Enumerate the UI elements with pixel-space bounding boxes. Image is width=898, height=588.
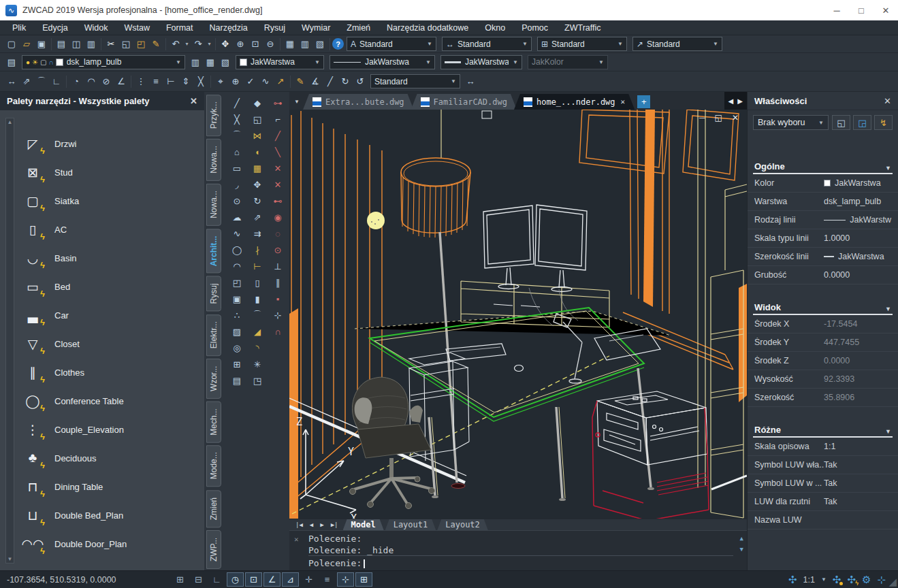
undo-list-icon[interactable]: ▾ <box>183 37 191 51</box>
mdi-restore-icon[interactable]: ◱ <box>715 113 722 122</box>
layout-tab-model[interactable]: Model <box>343 519 384 530</box>
aligned-dimension-icon[interactable]: ⇗ <box>19 75 34 88</box>
open-file-icon[interactable]: ▱ <box>19 37 34 51</box>
undo-icon[interactable]: ↶ <box>168 37 183 51</box>
palette-tab-nowa-2[interactable]: Nowa... <box>206 184 221 226</box>
scale-icon[interactable]: ⇗ <box>248 209 266 225</box>
snap-extension-icon[interactable]: ⊷ <box>269 193 287 209</box>
annotation-visibility-icon[interactable]: ✣ <box>833 574 841 586</box>
copy-icon[interactable]: ◱ <box>118 37 133 51</box>
property-row[interactable]: Środek X -17.5454 <box>748 315 898 333</box>
doc-tab-familiarcad[interactable]: FamiliarCAD.dwg ✕ <box>411 94 517 110</box>
close-window-icon[interactable]: ✕ <box>873 0 898 20</box>
auto-annotation-icon[interactable]: ✣ϟ <box>847 574 856 586</box>
close-command-icon[interactable]: ✕ <box>294 535 299 544</box>
stretch-icon[interactable]: ⇉ <box>248 225 266 242</box>
ellipse-icon[interactable]: ◯ <box>228 242 246 258</box>
new-file-icon[interactable]: ▢ <box>4 37 19 51</box>
next-layout-icon[interactable]: ▶ <box>317 521 327 528</box>
rectangle-icon[interactable]: ▭ <box>228 160 246 176</box>
menu-rysuj[interactable]: Rysuj <box>256 22 293 34</box>
palette-item-closet[interactable]: ▽ ϟ Closet <box>19 329 202 358</box>
snap-from-icon[interactable]: ⌐ <box>269 111 287 127</box>
object-snap-tracking-icon[interactable]: ∠ <box>263 572 280 587</box>
close-tab-icon[interactable]: ✕ <box>621 97 626 106</box>
quick-dimension-icon[interactable]: ⋮ <box>133 75 148 88</box>
revision-cloud-icon[interactable]: ☁ <box>228 209 246 225</box>
snap-node-icon[interactable]: ▪ <box>269 291 287 307</box>
snap-settings-icon[interactable]: ∩ <box>269 323 287 340</box>
menu-pomoc[interactable]: Pomoc <box>513 22 556 34</box>
minimize-window-icon[interactable]: ─ <box>824 0 849 20</box>
property-row[interactable]: Środek Y 447.7455 <box>748 333 898 352</box>
construction-line-icon[interactable]: ╳ <box>228 111 246 127</box>
redo-list-icon[interactable]: ▾ <box>206 37 213 51</box>
array-icon[interactable]: ▦ <box>248 160 266 176</box>
menu-narzedzia[interactable]: Narzędzia <box>202 22 256 34</box>
ordinate-dimension-icon[interactable]: ∟ <box>49 75 64 88</box>
baseline-dimension-icon[interactable]: ≡ <box>148 75 163 88</box>
workspace-menu-icon[interactable]: ≡ <box>319 572 336 587</box>
palette-tab-rysuj[interactable]: Rysuj <box>206 276 221 311</box>
palette-tab-elektryka[interactable]: Elektr... <box>206 314 221 356</box>
layout-tab-layout2[interactable]: Layout2 <box>437 519 488 530</box>
angular-dimension-icon[interactable]: ∠ <box>114 75 129 88</box>
dynamic-input-icon[interactable]: ✛ <box>300 572 317 587</box>
linetype-combo[interactable]: JakWarstwa ▼ <box>330 55 435 69</box>
circle-icon[interactable]: ⊙ <box>228 193 246 209</box>
palette-tab-zmien[interactable]: Zmień <box>206 490 221 527</box>
tool-palettes-icon[interactable]: ▥ <box>298 37 312 51</box>
palette-item-siatka[interactable]: ▢ ϟ Siatka <box>19 186 202 215</box>
snap-nearest-icon[interactable]: ╲ <box>269 144 287 160</box>
snap-perpendicular-icon[interactable]: ⊥ <box>269 258 287 274</box>
polygon-icon[interactable]: ⌂ <box>228 144 246 160</box>
dimension-style-manager-icon[interactable]: ↔ <box>463 75 478 88</box>
jogged-linear-icon[interactable]: ∿ <box>258 75 273 88</box>
annotation-scale-value[interactable]: 1:1 <box>803 575 815 585</box>
point-icon[interactable]: ∴ <box>228 307 246 323</box>
color-combo[interactable]: JakWarstwa ▼ <box>236 55 324 69</box>
annotation-scale-icon[interactable]: ✣ <box>788 574 797 586</box>
collapse-section-icon[interactable]: ▼ <box>885 165 891 172</box>
text-angle-icon[interactable]: ∡ <box>308 75 323 88</box>
oblique-icon[interactable]: ╱ <box>323 75 338 88</box>
menu-wstaw[interactable]: Wstaw <box>116 22 158 34</box>
radius-dimension-icon[interactable]: ◔ <box>69 75 84 88</box>
scroll-down-icon[interactable]: ▼ <box>740 546 743 553</box>
menu-zmien[interactable]: Zmień <box>338 22 379 34</box>
arc-length-dimension-icon[interactable]: ⌒ <box>34 75 49 88</box>
property-row[interactable]: Symbol LUW wła... Tak <box>748 456 898 474</box>
group-icon[interactable]: ◳ <box>248 372 266 389</box>
mdi-minimize-icon[interactable]: ─ <box>699 113 705 122</box>
polyline-icon[interactable]: ◞ <box>228 176 246 193</box>
break-at-point-icon[interactable]: ▯ <box>248 274 266 291</box>
cut-icon[interactable]: ✂ <box>103 37 118 51</box>
object-snap-icon[interactable]: ⊡ <box>245 572 262 587</box>
print-icon[interactable]: ▤ <box>54 37 69 51</box>
menu-narzedzia-dodatkowe[interactable]: Narzędzia dodatkowe <box>379 22 477 34</box>
command-line-panel[interactable]: ✕ Polecenie:Polecenie: _hide Polecenie: … <box>289 530 747 570</box>
property-row[interactable]: Symbol LUW w ... Tak <box>748 474 898 493</box>
dimension-style-name-combo[interactable]: Standard ▼ <box>370 74 460 88</box>
chamfer-icon[interactable]: ◢ <box>248 323 266 340</box>
snap-quadrant-icon[interactable]: ◌ <box>269 225 287 242</box>
match-properties-icon[interactable]: ✎ <box>148 37 163 51</box>
define-attribute-icon[interactable]: ▤ <box>228 372 246 389</box>
menu-format[interactable]: Format <box>158 22 202 34</box>
property-row[interactable]: Szerokość linii JakWarstwa <box>748 248 898 266</box>
copy-tool-icon[interactable]: ◱ <box>248 111 266 127</box>
properties-palette-icon[interactable]: ▦ <box>283 37 298 51</box>
doc-tab-extrattribute[interactable]: Extra...bute.dwg ✕ <box>303 94 414 110</box>
mirror-icon[interactable]: ⋈ <box>248 127 266 144</box>
close-properties-icon[interactable]: ✕ <box>884 96 891 106</box>
help-icon[interactable]: ? <box>332 38 344 50</box>
palette-tab-architektura[interactable]: Archit... <box>206 229 221 273</box>
palette-item-double-sofa-plan[interactable]: ⊟ ϟ Double Sofa_Plan <box>19 558 202 568</box>
dimension-space-icon[interactable]: ⇕ <box>178 75 193 88</box>
quick-properties-icon[interactable]: ⊹ <box>337 572 354 587</box>
menu-plik[interactable]: Plik <box>4 22 34 34</box>
design-center-icon[interactable]: ▧ <box>312 37 327 51</box>
fillet-icon[interactable]: ◝ <box>248 340 266 356</box>
layer-states-icon[interactable]: ▥ <box>188 55 203 69</box>
palette-tab-modelowanie[interactable]: Mode... <box>206 445 221 487</box>
